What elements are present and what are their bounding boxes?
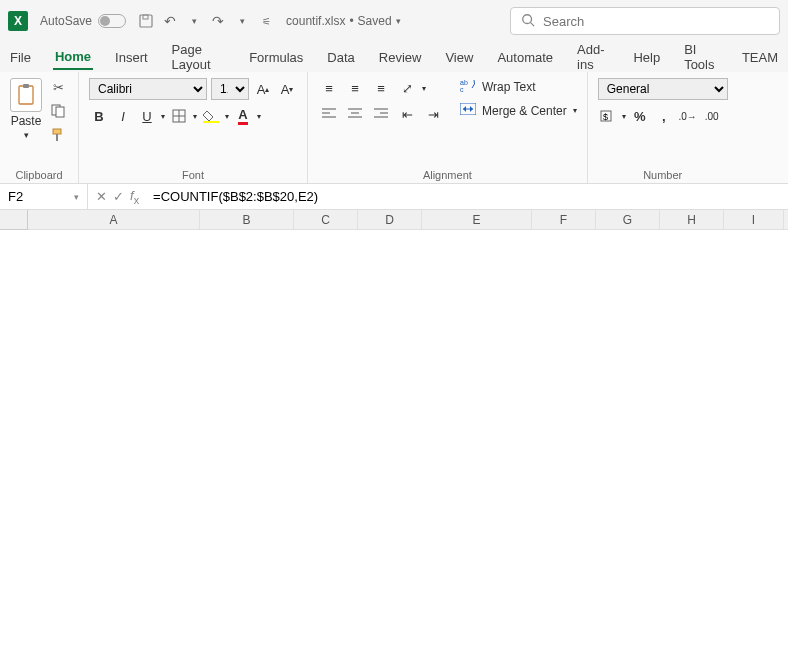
name-box[interactable]: ▾ — [0, 184, 88, 209]
column-header-I[interactable]: I — [724, 210, 784, 230]
chevron-down-icon[interactable]: ▾ — [622, 112, 626, 121]
chevron-down-icon[interactable]: ▾ — [257, 112, 261, 121]
font-size-select[interactable]: 11 — [211, 78, 249, 100]
svg-rect-8 — [53, 129, 61, 134]
tab-data[interactable]: Data — [325, 46, 356, 69]
decrease-indent-icon[interactable]: ⇤ — [396, 104, 418, 124]
chevron-down-icon[interactable]: ▾ — [225, 112, 229, 121]
merge-icon — [460, 103, 476, 118]
chevron-down-icon[interactable]: ▾ — [24, 130, 29, 140]
name-box-input[interactable] — [8, 189, 70, 204]
tab-add-ins[interactable]: Add-ins — [575, 38, 611, 76]
chevron-down-icon[interactable]: ▾ — [234, 13, 250, 29]
row-header-1[interactable]: 1 — [784, 210, 788, 230]
formula-bar: ▾ ✕ ✓ fx — [0, 184, 788, 210]
search-box[interactable] — [510, 7, 780, 35]
tab-help[interactable]: Help — [631, 46, 662, 69]
save-icon[interactable] — [138, 13, 154, 29]
font-color-icon[interactable]: A — [233, 106, 253, 126]
chevron-down-icon[interactable]: ▾ — [396, 16, 401, 26]
accounting-format-icon[interactable]: $ — [598, 106, 618, 126]
tab-home[interactable]: Home — [53, 45, 93, 70]
tab-bi-tools[interactable]: BI Tools — [682, 38, 720, 76]
chevron-down-icon[interactable]: ▾ — [422, 84, 426, 93]
column-header-E[interactable]: E — [422, 210, 532, 230]
ribbon: Paste ▾ ✂ Clipboard Calibri 11 A▴ A▾ — [0, 72, 788, 184]
column-header-G[interactable]: G — [596, 210, 660, 230]
excel-app-icon[interactable]: X — [8, 11, 28, 31]
group-label: Number — [598, 167, 728, 181]
column-header-D[interactable]: D — [358, 210, 422, 230]
ribbon-group-clipboard: Paste ▾ ✂ Clipboard — [0, 72, 79, 183]
toggle-off-icon[interactable] — [98, 14, 126, 28]
increase-decimal-icon[interactable]: .0→ — [678, 106, 698, 126]
fill-color-icon[interactable] — [201, 106, 221, 126]
column-header-F[interactable]: F — [532, 210, 596, 230]
autosave-toggle[interactable]: AutoSave — [40, 14, 126, 28]
cancel-icon[interactable]: ✕ — [96, 189, 107, 204]
fx-icon[interactable]: fx — [130, 188, 139, 206]
chevron-down-icon[interactable]: ▾ — [573, 106, 577, 115]
increase-font-icon[interactable]: A▴ — [253, 79, 273, 99]
qat-customize-icon[interactable]: ⚟ — [258, 13, 274, 29]
ribbon-tabs: FileHomeInsertPage LayoutFormulasDataRev… — [0, 42, 788, 72]
ribbon-group-alignment: ≡ ≡ ≡ ⤢ ▾ ⇤ ⇥ — [308, 72, 588, 183]
column-header-B[interactable]: B — [200, 210, 294, 230]
decrease-decimal-icon[interactable]: .00 — [702, 106, 722, 126]
align-middle-icon[interactable]: ≡ — [344, 78, 366, 98]
bold-button[interactable]: B — [89, 106, 109, 126]
svg-rect-13 — [203, 121, 219, 123]
svg-text:ab: ab — [460, 79, 468, 86]
font-name-select[interactable]: Calibri — [89, 78, 207, 100]
undo-icon[interactable]: ↶ — [162, 13, 178, 29]
orientation-icon[interactable]: ⤢ — [396, 78, 418, 98]
svg-point-2 — [523, 14, 532, 23]
number-format-select[interactable]: General — [598, 78, 728, 100]
svg-rect-4 — [19, 86, 33, 104]
format-painter-icon[interactable] — [48, 126, 68, 144]
tab-team[interactable]: TEAM — [740, 46, 780, 69]
paste-button[interactable]: Paste ▾ — [10, 78, 42, 140]
svg-marker-27 — [463, 106, 466, 112]
align-right-icon[interactable] — [370, 104, 392, 124]
column-header-C[interactable]: C — [294, 210, 358, 230]
filename[interactable]: countif.xlsx • Saved ▾ — [286, 14, 401, 28]
tab-page-layout[interactable]: Page Layout — [170, 38, 228, 76]
enter-icon[interactable]: ✓ — [113, 189, 124, 204]
svg-rect-9 — [56, 134, 58, 141]
tab-view[interactable]: View — [443, 46, 475, 69]
select-all-corner[interactable] — [0, 210, 28, 230]
cut-icon[interactable]: ✂ — [48, 78, 68, 96]
search-input[interactable] — [543, 14, 769, 29]
chevron-down-icon[interactable]: ▾ — [193, 112, 197, 121]
column-header-H[interactable]: H — [660, 210, 724, 230]
border-icon[interactable] — [169, 106, 189, 126]
align-center-icon[interactable] — [344, 104, 366, 124]
wrap-text-button[interactable]: abc Wrap Text — [460, 78, 577, 95]
spreadsheet-grid[interactable]: ABCDEFGHI1CustomerStateMalaysian States2… — [0, 210, 788, 230]
chevron-down-icon[interactable]: ▾ — [161, 112, 165, 121]
ribbon-group-number: General $ ▾ % , .0→ .00 Number — [588, 72, 738, 183]
align-left-icon[interactable] — [318, 104, 340, 124]
column-header-A[interactable]: A — [28, 210, 200, 230]
tab-review[interactable]: Review — [377, 46, 424, 69]
align-bottom-icon[interactable]: ≡ — [370, 78, 392, 98]
tab-file[interactable]: File — [8, 46, 33, 69]
align-top-icon[interactable]: ≡ — [318, 78, 340, 98]
redo-icon[interactable]: ↷ — [210, 13, 226, 29]
chevron-down-icon[interactable]: ▾ — [74, 192, 79, 202]
titlebar: X AutoSave ↶ ▾ ↷ ▾ ⚟ countif.xlsx • Save… — [0, 0, 788, 42]
comma-icon[interactable]: , — [654, 106, 674, 126]
tab-insert[interactable]: Insert — [113, 46, 150, 69]
percent-icon[interactable]: % — [630, 106, 650, 126]
decrease-font-icon[interactable]: A▾ — [277, 79, 297, 99]
copy-icon[interactable] — [48, 102, 68, 120]
tab-formulas[interactable]: Formulas — [247, 46, 305, 69]
formula-input[interactable] — [147, 189, 788, 204]
merge-center-button[interactable]: Merge & Center ▾ — [460, 103, 577, 118]
italic-button[interactable]: I — [113, 106, 133, 126]
underline-button[interactable]: U — [137, 106, 157, 126]
tab-automate[interactable]: Automate — [495, 46, 555, 69]
increase-indent-icon[interactable]: ⇥ — [422, 104, 444, 124]
chevron-down-icon[interactable]: ▾ — [186, 13, 202, 29]
